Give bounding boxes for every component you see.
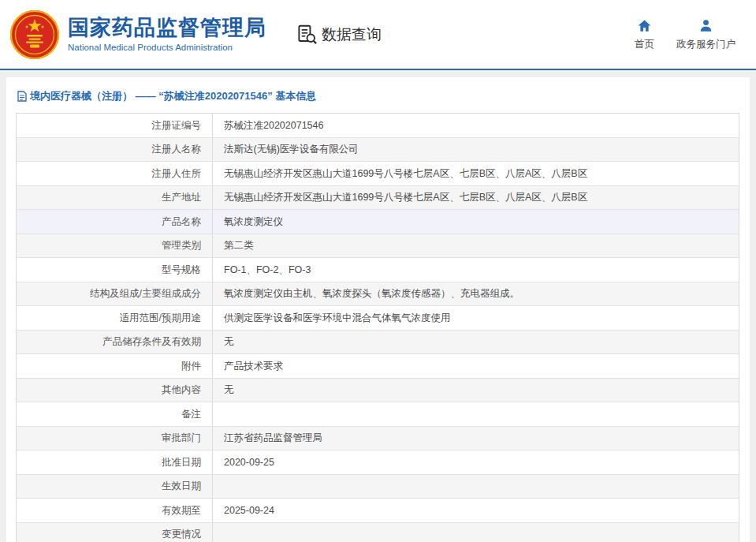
row-value: 无 bbox=[213, 379, 739, 402]
row-label: 适用范围/预期用途 bbox=[17, 306, 213, 330]
data-query-icon bbox=[296, 24, 318, 45]
nav-home-label: 首页 bbox=[635, 38, 654, 51]
table-row: 产品名称 氧浓度测定仪 bbox=[17, 210, 739, 234]
row-label: 变更情况 bbox=[17, 523, 213, 542]
org-subtitle: National Medical Products Administration bbox=[68, 43, 266, 52]
row-label: 注册人住所 bbox=[17, 162, 213, 185]
content-card: 境内医疗器械（注册） —— “苏械注准20202071546” 基本信息 注册证… bbox=[6, 77, 750, 542]
row-label: 结构及组成/主要组成成分 bbox=[17, 282, 213, 306]
site-header: 国家药品监督管理局 National Medical Products Admi… bbox=[0, 0, 756, 70]
table-row: 注册人住所 无锡惠山经济开发区惠山大道1699号八号楼七层A区、七层B区、八层A… bbox=[17, 162, 739, 186]
row-value: 供测定医学设备和医学环境中混合气体氧气浓度使用 bbox=[213, 306, 739, 330]
row-label: 有效期至 bbox=[17, 499, 213, 522]
table-row: 适用范围/预期用途 供测定医学设备和医学环境中混合气体氧气浓度使用 bbox=[17, 306, 739, 331]
row-label: 其他内容 bbox=[17, 379, 213, 402]
table-row: 有效期至 2025-09-24 bbox=[17, 499, 739, 523]
nav-home[interactable]: 首页 bbox=[635, 18, 654, 51]
row-label: 管理类别 bbox=[17, 234, 213, 258]
breadcrumb: 境内医疗器械（注册） —— “苏械注准20202071546” 基本信息 bbox=[16, 88, 740, 113]
table-row: 批准日期 2020-09-25 bbox=[17, 450, 739, 475]
nav-gov-portal-label: 政务服务门户 bbox=[676, 38, 736, 51]
row-label: 注册证编号 bbox=[17, 114, 213, 137]
row-value bbox=[213, 523, 739, 542]
table-row: 注册人名称 法斯达(无锡)医学设备有限公司 bbox=[17, 138, 739, 163]
table-row: 结构及组成/主要组成成分 氧浓度测定仪由主机、氧浓度探头（氧浓度传感器）、充电器… bbox=[17, 282, 739, 307]
row-value: 法斯达(无锡)医学设备有限公司 bbox=[213, 138, 739, 162]
home-icon bbox=[637, 18, 652, 33]
row-value: 无锡惠山经济开发区惠山大道1699号八号楼七层A区、七层B区、八层A区、八层B区 bbox=[213, 186, 739, 210]
table-row: 生效日期 bbox=[17, 475, 739, 499]
row-value: 无 bbox=[213, 331, 739, 354]
org-title: 国家药品监督管理局 bbox=[68, 17, 266, 40]
table-row: 产品储存条件及有效期 无 bbox=[17, 331, 739, 355]
row-label: 生效日期 bbox=[17, 475, 213, 499]
row-value: FO-1、FO-2、FO-3 bbox=[213, 258, 739, 282]
row-value: 2020-09-25 bbox=[213, 450, 739, 474]
row-label: 产品名称 bbox=[17, 210, 213, 234]
row-value: 氧浓度测定仪 bbox=[213, 210, 739, 234]
table-row: 变更情况 bbox=[17, 523, 739, 542]
document-icon bbox=[17, 91, 27, 102]
org-text: 国家药品监督管理局 National Medical Products Admi… bbox=[68, 17, 266, 52]
row-label: 附件 bbox=[17, 354, 213, 378]
row-value: 江苏省药品监督管理局 bbox=[213, 427, 739, 450]
data-query-nav[interactable]: 数据查询 bbox=[296, 24, 382, 45]
table-row: 备注 bbox=[17, 402, 739, 427]
row-value: 产品技术要求 bbox=[213, 354, 739, 378]
row-value: 2025-09-24 bbox=[213, 499, 739, 522]
row-label: 型号规格 bbox=[17, 258, 213, 282]
user-icon bbox=[698, 18, 713, 33]
row-label: 注册人名称 bbox=[17, 138, 213, 162]
row-label: 产品储存条件及有效期 bbox=[17, 331, 213, 354]
table-row: 其他内容 无 bbox=[17, 379, 739, 403]
table-row: 管理类别 第二类 bbox=[17, 234, 739, 259]
row-value bbox=[213, 475, 739, 499]
row-label: 生产地址 bbox=[17, 186, 213, 210]
table-row: 注册证编号 苏械注准20202071546 bbox=[17, 114, 739, 138]
breadcrumb-text: 境内医疗器械（注册） —— “苏械注准20202071546” 基本信息 bbox=[30, 89, 316, 103]
row-label: 审批部门 bbox=[17, 427, 213, 450]
table-row: 生产地址 无锡惠山经济开发区惠山大道1699号八号楼七层A区、七层B区、八层A区… bbox=[17, 186, 739, 211]
row-label: 备注 bbox=[17, 402, 213, 426]
logo-block[interactable]: 国家药品监督管理局 National Medical Products Admi… bbox=[9, 9, 266, 60]
data-query-label: 数据查询 bbox=[322, 24, 382, 45]
info-table: 注册证编号 苏械注准20202071546 注册人名称 法斯达(无锡)医学设备有… bbox=[16, 113, 739, 542]
row-value: 第二类 bbox=[213, 234, 739, 258]
nav-gov-portal[interactable]: 政务服务门户 bbox=[676, 18, 736, 51]
row-value: 氧浓度测定仪由主机、氧浓度探头（氧浓度传感器）、充电器组成。 bbox=[213, 282, 739, 306]
row-value: 苏械注准20202071546 bbox=[213, 114, 739, 137]
table-row: 附件 产品技术要求 bbox=[17, 354, 739, 379]
table-row: 审批部门 江苏省药品监督管理局 bbox=[17, 427, 739, 451]
row-value bbox=[213, 402, 739, 426]
header-nav: 首页 政务服务门户 bbox=[635, 18, 736, 51]
row-value: 无锡惠山经济开发区惠山大道1699号八号楼七层A区、七层B区、八层A区、八层B区 bbox=[213, 162, 739, 185]
national-emblem-logo bbox=[9, 9, 60, 60]
row-label: 批准日期 bbox=[17, 450, 213, 474]
table-row: 型号规格 FO-1、FO-2、FO-3 bbox=[17, 258, 739, 282]
